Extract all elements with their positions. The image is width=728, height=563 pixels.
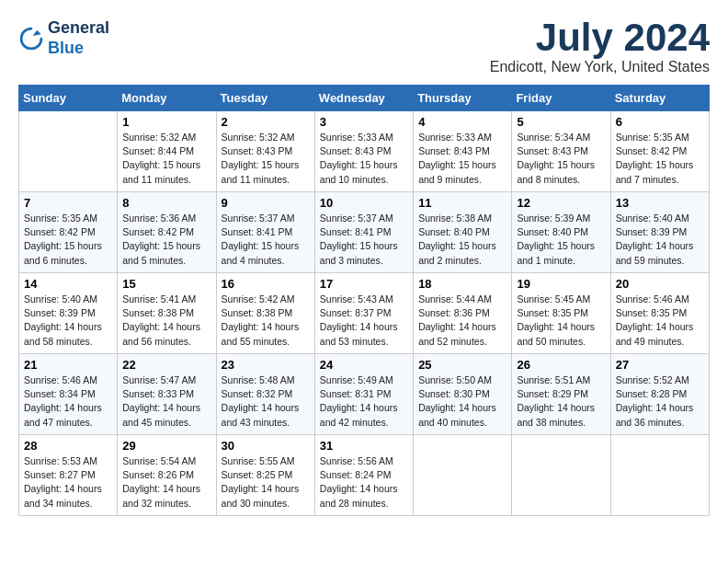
day-number: 4 (418, 115, 506, 129)
table-row: 12 Sunrise: 5:39 AM Sunset: 8:40 PM Dayl… (512, 192, 610, 273)
day-number: 31 (320, 439, 408, 453)
sunset-text: Sunset: 8:32 PM (222, 388, 293, 399)
day-info: Sunrise: 5:50 AM Sunset: 8:30 PM Dayligh… (418, 373, 506, 430)
table-row: 29 Sunrise: 5:54 AM Sunset: 8:26 PM Dayl… (118, 435, 216, 516)
table-row: 28 Sunrise: 5:53 AM Sunset: 8:27 PM Dayl… (19, 435, 118, 516)
month-title: July 2024 (490, 18, 710, 57)
day-info: Sunrise: 5:52 AM Sunset: 8:28 PM Dayligh… (616, 373, 704, 430)
day-number: 27 (616, 358, 704, 372)
col-wednesday: Wednesday (314, 86, 413, 111)
sunrise-text: Sunrise: 5:38 AM (418, 213, 492, 224)
daylight-text: Daylight: 14 hours and 30 minutes. (222, 483, 300, 508)
table-row: 13 Sunrise: 5:40 AM Sunset: 8:39 PM Dayl… (610, 192, 709, 273)
table-row (610, 435, 709, 516)
day-number: 23 (222, 358, 310, 372)
sunrise-text: Sunrise: 5:34 AM (517, 132, 590, 143)
sunrise-text: Sunrise: 5:56 AM (320, 455, 393, 466)
table-row: 9 Sunrise: 5:37 AM Sunset: 8:41 PM Dayli… (216, 192, 314, 273)
daylight-text: Daylight: 15 hours and 6 minutes. (24, 240, 102, 265)
sunset-text: Sunset: 8:34 PM (24, 388, 96, 399)
daylight-text: Daylight: 14 hours and 34 minutes. (24, 483, 102, 508)
logo-text: General Blue (48, 18, 109, 58)
day-number: 13 (616, 196, 704, 210)
sunset-text: Sunset: 8:35 PM (616, 307, 688, 318)
daylight-text: Daylight: 14 hours and 43 minutes. (222, 402, 300, 427)
daylight-text: Daylight: 14 hours and 40 minutes. (418, 402, 496, 427)
sunrise-text: Sunrise: 5:47 AM (122, 374, 196, 385)
sunset-text: Sunset: 8:40 PM (418, 226, 490, 237)
daylight-text: Daylight: 15 hours and 11 minutes. (122, 159, 200, 184)
day-number: 22 (122, 358, 210, 372)
day-info: Sunrise: 5:35 AM Sunset: 8:42 PM Dayligh… (24, 212, 112, 268)
sunset-text: Sunset: 8:24 PM (320, 469, 392, 480)
sunset-text: Sunset: 8:39 PM (616, 226, 688, 237)
table-row: 4 Sunrise: 5:33 AM Sunset: 8:43 PM Dayli… (414, 111, 512, 192)
sunrise-text: Sunrise: 5:39 AM (517, 213, 590, 224)
day-info: Sunrise: 5:43 AM Sunset: 8:37 PM Dayligh… (320, 293, 408, 349)
col-tuesday: Tuesday (216, 86, 314, 111)
sunrise-text: Sunrise: 5:36 AM (122, 213, 196, 224)
day-info: Sunrise: 5:33 AM Sunset: 8:43 PM Dayligh… (320, 131, 408, 187)
sunset-text: Sunset: 8:30 PM (418, 388, 490, 399)
day-number: 18 (418, 277, 506, 291)
calendar-table: Sunday Monday Tuesday Wednesday Thursday… (18, 85, 710, 516)
daylight-text: Daylight: 15 hours and 10 minutes. (320, 159, 398, 184)
location-title: Endicott, New York, United States (490, 59, 710, 75)
sunset-text: Sunset: 8:43 PM (517, 145, 588, 156)
header: General Blue July 2024 Endicott, New Yor… (18, 18, 710, 75)
day-number: 2 (222, 115, 310, 129)
daylight-text: Daylight: 15 hours and 11 minutes. (222, 159, 300, 184)
daylight-text: Daylight: 15 hours and 9 minutes. (418, 159, 496, 184)
daylight-text: Daylight: 15 hours and 1 minute. (517, 240, 595, 265)
daylight-text: Daylight: 14 hours and 42 minutes. (320, 402, 398, 427)
sunrise-text: Sunrise: 5:50 AM (418, 374, 492, 385)
sunrise-text: Sunrise: 5:55 AM (222, 455, 295, 466)
day-number: 10 (320, 196, 408, 210)
sunrise-text: Sunrise: 5:42 AM (222, 293, 295, 304)
daylight-text: Daylight: 14 hours and 56 minutes. (122, 321, 200, 346)
day-info: Sunrise: 5:51 AM Sunset: 8:29 PM Dayligh… (517, 373, 605, 430)
table-row: 31 Sunrise: 5:56 AM Sunset: 8:24 PM Dayl… (314, 435, 413, 516)
table-row: 26 Sunrise: 5:51 AM Sunset: 8:29 PM Dayl… (512, 354, 610, 435)
day-info: Sunrise: 5:40 AM Sunset: 8:39 PM Dayligh… (616, 212, 704, 268)
col-friday: Friday (512, 86, 610, 111)
day-info: Sunrise: 5:48 AM Sunset: 8:32 PM Dayligh… (222, 373, 310, 430)
day-info: Sunrise: 5:45 AM Sunset: 8:35 PM Dayligh… (517, 293, 605, 349)
sunrise-text: Sunrise: 5:32 AM (122, 132, 196, 143)
sunrise-text: Sunrise: 5:35 AM (24, 213, 97, 224)
sunset-text: Sunset: 8:42 PM (24, 226, 96, 237)
sunset-text: Sunset: 8:38 PM (222, 307, 293, 318)
day-info: Sunrise: 5:41 AM Sunset: 8:38 PM Dayligh… (122, 293, 210, 349)
daylight-text: Daylight: 14 hours and 55 minutes. (222, 321, 300, 346)
day-info: Sunrise: 5:55 AM Sunset: 8:25 PM Dayligh… (222, 454, 310, 511)
table-row: 1 Sunrise: 5:32 AM Sunset: 8:44 PM Dayli… (118, 111, 216, 192)
table-row: 25 Sunrise: 5:50 AM Sunset: 8:30 PM Dayl… (414, 354, 512, 435)
table-row: 11 Sunrise: 5:38 AM Sunset: 8:40 PM Dayl… (414, 192, 512, 273)
sunset-text: Sunset: 8:43 PM (418, 145, 490, 156)
logo: General Blue (18, 18, 109, 58)
sunset-text: Sunset: 8:33 PM (122, 388, 194, 399)
day-info: Sunrise: 5:34 AM Sunset: 8:43 PM Dayligh… (517, 131, 605, 187)
daylight-text: Daylight: 14 hours and 49 minutes. (616, 321, 694, 346)
sunrise-text: Sunrise: 5:40 AM (616, 213, 689, 224)
table-row: 5 Sunrise: 5:34 AM Sunset: 8:43 PM Dayli… (512, 111, 610, 192)
col-sunday: Sunday (19, 86, 118, 111)
table-row: 23 Sunrise: 5:48 AM Sunset: 8:32 PM Dayl… (216, 354, 314, 435)
logo-icon (18, 26, 44, 52)
sunrise-text: Sunrise: 5:52 AM (616, 374, 689, 385)
sunset-text: Sunset: 8:44 PM (122, 145, 194, 156)
sunrise-text: Sunrise: 5:49 AM (320, 374, 393, 385)
sunset-text: Sunset: 8:39 PM (24, 307, 96, 318)
table-row: 27 Sunrise: 5:52 AM Sunset: 8:28 PM Dayl… (610, 354, 709, 435)
day-info: Sunrise: 5:32 AM Sunset: 8:44 PM Dayligh… (122, 131, 210, 187)
sunset-text: Sunset: 8:29 PM (517, 388, 588, 399)
sunset-text: Sunset: 8:31 PM (320, 388, 392, 399)
table-row (19, 111, 118, 192)
daylight-text: Daylight: 14 hours and 28 minutes. (320, 483, 398, 508)
table-row: 22 Sunrise: 5:47 AM Sunset: 8:33 PM Dayl… (118, 354, 216, 435)
day-info: Sunrise: 5:44 AM Sunset: 8:36 PM Dayligh… (418, 293, 506, 349)
day-info: Sunrise: 5:53 AM Sunset: 8:27 PM Dayligh… (24, 454, 112, 511)
col-thursday: Thursday (414, 86, 512, 111)
daylight-text: Daylight: 14 hours and 38 minutes. (517, 402, 595, 427)
day-info: Sunrise: 5:36 AM Sunset: 8:42 PM Dayligh… (122, 212, 210, 268)
